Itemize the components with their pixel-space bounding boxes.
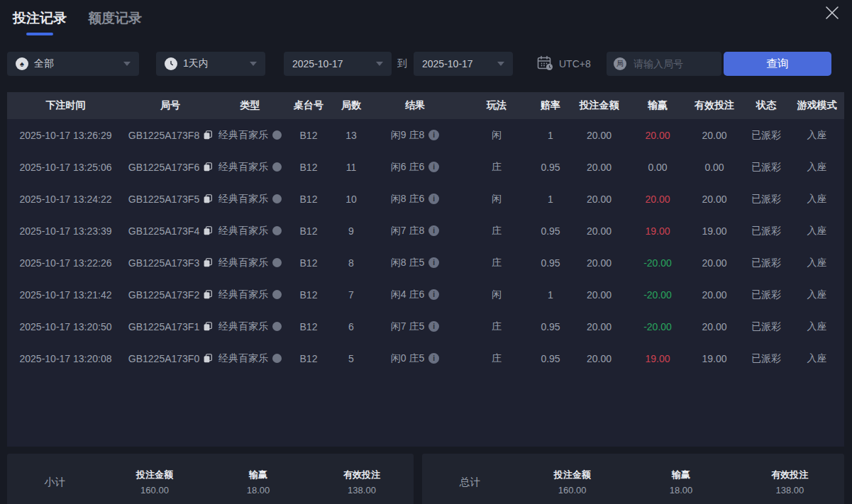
valid-bet-cell: 19.00	[686, 225, 743, 237]
result-cell: 闲8 庄5 i	[369, 257, 461, 269]
info-icon[interactable]: i	[428, 194, 439, 204]
bet-time-cell: 2025-10-17 13:21:42	[7, 289, 124, 301]
game-type-value: 全部	[34, 57, 54, 70]
date-to-label: 到	[394, 52, 410, 76]
round-id-text: GB1225A173F4	[128, 225, 199, 237]
date-to-value: 2025-10-17	[422, 58, 473, 69]
info-icon[interactable]: i	[428, 130, 439, 140]
game-type-cell: 经典百家乐	[216, 320, 284, 333]
date-to-dropdown[interactable]: 2025-10-17	[414, 52, 513, 76]
tab-bet-records[interactable]: 投注记录	[13, 9, 67, 35]
valid-bet-cell: 20.00	[686, 257, 743, 269]
col-header-type: 类型	[216, 99, 284, 112]
game-mode-cell: 入座	[790, 225, 844, 237]
col-header-result: 结果	[369, 99, 461, 112]
result-cell: 闲0 庄5 i	[369, 352, 461, 365]
winloss-cell: 0.00	[629, 162, 686, 173]
play-cell: 庄	[461, 320, 532, 333]
timezone-indicator: UTC+8	[537, 52, 591, 76]
time-range-dropdown[interactable]: 1天内	[156, 52, 265, 76]
col-header-bet-time: 下注时间	[7, 99, 124, 112]
copy-icon[interactable]	[204, 130, 212, 140]
info-icon[interactable]: i	[428, 353, 439, 364]
game-type-text: 经典百家乐	[218, 161, 268, 174]
winloss-cell: -20.00	[629, 321, 686, 332]
info-icon[interactable]: i	[428, 257, 439, 268]
table-no-cell: B12	[284, 257, 333, 269]
copy-icon[interactable]	[204, 194, 212, 203]
winloss-cell: 19.00	[629, 353, 686, 364]
odds-cell: 0.95	[532, 162, 569, 173]
bet-amount-cell: 20.00	[569, 321, 629, 332]
info-icon[interactable]: i	[428, 321, 439, 332]
game-type-dropdown[interactable]: ♠ 全部	[7, 52, 139, 76]
copy-icon[interactable]	[204, 354, 212, 363]
play-cell: 庄	[461, 161, 532, 174]
status-cell: 已派彩	[743, 225, 790, 237]
table-body: 2025-10-17 13:26:29 GB1225A173F8 经典百家乐 B…	[7, 119, 844, 447]
copy-icon[interactable]	[204, 162, 212, 172]
status-cell: 已派彩	[743, 352, 790, 365]
copy-icon[interactable]	[204, 226, 212, 235]
close-icon[interactable]	[824, 4, 841, 21]
odds-cell: 1	[532, 130, 569, 141]
valid-bet-cell: 20.00	[686, 130, 743, 141]
copy-icon[interactable]	[204, 290, 212, 299]
valid-bet-cell: 0.00	[686, 162, 743, 173]
result-cell: 闲9 庄8 i	[369, 129, 461, 142]
round-id-cell: GB1225A173F0	[124, 353, 216, 364]
col-header-bet-amount: 投注金额	[569, 99, 629, 112]
round-search-field: 局	[607, 52, 721, 76]
round-search-input[interactable]	[632, 57, 714, 70]
table-no-cell: B12	[284, 353, 333, 364]
bet-time-cell: 2025-10-17 13:20:08	[7, 353, 124, 364]
play-cell: 闲	[461, 193, 532, 206]
table-no-cell: B12	[284, 162, 333, 173]
total-box: 总计 投注金额 160.00 输赢 18.00 有效投注 138.00	[422, 454, 844, 504]
bet-time-cell: 2025-10-17 13:25:06	[7, 162, 124, 173]
date-from-dropdown[interactable]: 2025-10-17	[284, 52, 392, 76]
round-id-cell: GB1225A173F5	[124, 194, 216, 205]
copy-icon[interactable]	[204, 322, 212, 331]
round-id-cell: GB1225A173F3	[124, 257, 216, 269]
odds-cell: 0.95	[532, 225, 569, 237]
odds-cell: 0.95	[532, 257, 569, 269]
play-cell: 庄	[461, 352, 532, 365]
game-count-cell: 8	[333, 257, 369, 269]
play-cell: 闲	[461, 129, 532, 142]
valid-bet-cell: 20.00	[686, 194, 743, 205]
search-button[interactable]: 查询	[724, 52, 831, 76]
video-dot-icon	[272, 354, 282, 363]
result-text: 闲7 庄5	[391, 320, 424, 333]
tab-quota-records[interactable]: 额度记录	[88, 9, 142, 35]
round-id-text: GB1225A173F5	[128, 194, 199, 205]
round-id-cell: GB1225A173F2	[124, 289, 216, 301]
col-header-valid-bet: 有效投注	[686, 99, 743, 112]
video-dot-icon	[272, 162, 282, 172]
active-tab-underline	[26, 33, 53, 35]
game-type-text: 经典百家乐	[218, 352, 268, 365]
game-type-text: 经典百家乐	[218, 225, 268, 237]
info-icon[interactable]: i	[428, 225, 439, 236]
bet-amount-cell: 20.00	[569, 353, 629, 364]
info-icon[interactable]: i	[428, 162, 439, 172]
valid-bet-cell: 20.00	[686, 289, 743, 301]
col-header-game-count: 局数	[333, 99, 369, 112]
round-id-text: GB1225A173F8	[128, 130, 199, 141]
round-icon: 局	[614, 57, 626, 70]
table-row: 2025-10-17 13:21:42 GB1225A173F2 经典百家乐 B…	[7, 279, 844, 310]
info-icon[interactable]: i	[428, 289, 439, 300]
round-id-cell: GB1225A173F8	[124, 130, 216, 141]
play-cell: 闲	[461, 289, 532, 301]
result-text: 闲4 庄6	[391, 289, 424, 301]
game-count-cell: 9	[333, 225, 369, 237]
valid-bet-cell: 20.00	[686, 321, 743, 332]
result-text: 闲9 庄8	[391, 129, 424, 142]
copy-icon[interactable]	[204, 258, 212, 267]
table-no-cell: B12	[284, 321, 333, 332]
subtotal-box: 小计 投注金额 160.00 输赢 18.00 有效投注 138.00	[7, 454, 414, 504]
table-row: 2025-10-17 13:20:50 GB1225A173F1 经典百家乐 B…	[7, 310, 844, 342]
bet-time-cell: 2025-10-17 13:20:50	[7, 321, 124, 332]
total-label: 总计	[422, 476, 518, 489]
col-header-winloss: 输赢	[629, 99, 686, 112]
